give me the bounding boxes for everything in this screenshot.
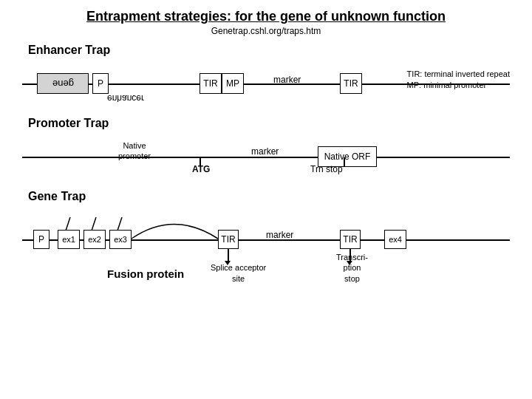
gene-trap-label: Gene Trap xyxy=(28,190,532,203)
mp-box: MP xyxy=(222,73,244,94)
gene-label: gene xyxy=(52,78,74,89)
page-title: Entrapment strategies: for the gene of u… xyxy=(0,9,532,24)
transcription-stop-note: Transcri-ptionstop xyxy=(336,252,368,284)
promoter-trap-label: Promoter Trap xyxy=(28,117,532,130)
p-box: P xyxy=(92,73,109,94)
tir-box-1: TIR xyxy=(200,73,222,94)
splice-acceptor-note: Splice acceptorsite xyxy=(211,262,266,284)
tir-box-2: TIR xyxy=(340,73,362,94)
enhancer-label: enhancer xyxy=(107,93,144,103)
page-subtitle: Genetrap.cshl.org/traps.htm xyxy=(0,26,532,36)
trn-stop-label: Trn stop xyxy=(310,164,343,174)
atg-label: ATG xyxy=(192,164,210,174)
promoter-marker-label: marker xyxy=(251,146,279,157)
arch-line xyxy=(22,206,510,243)
native-promoter-label: Nativepromoter xyxy=(118,140,151,162)
tir-note: TIR: terminal inverted repeat MP: minima… xyxy=(407,69,510,92)
enhancer-marker-label: marker xyxy=(273,75,301,85)
gene-box: gene xyxy=(37,73,89,94)
enhancer-trap-label: Enhancer Trap xyxy=(28,44,532,57)
fusion-protein-label: Fusion protein xyxy=(107,267,184,280)
